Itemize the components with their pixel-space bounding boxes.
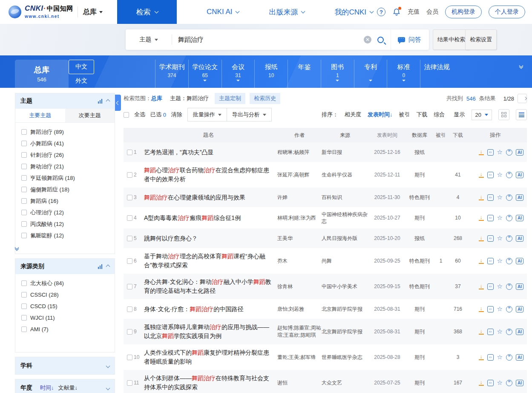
result-authors[interactable]: 唐怡;刘若雅 bbox=[277, 306, 322, 313]
favorite-star-icon[interactable]: ☆ bbox=[497, 305, 503, 313]
nav-tab-cnki-ai[interactable]: CNKI AI bbox=[207, 8, 239, 16]
checkbox[interactable] bbox=[21, 141, 27, 146]
org-login-button[interactable]: 机构登录 bbox=[445, 6, 482, 18]
cite-quote-icon[interactable]: ” bbox=[506, 354, 512, 361]
sort-option[interactable]: 被引 bbox=[399, 111, 410, 118]
row-checkbox[interactable] bbox=[127, 355, 132, 360]
filter-checkbox-item[interactable]: 舞蹈治疗 (89) bbox=[21, 126, 109, 138]
member-link[interactable]: 会员 bbox=[426, 8, 438, 16]
filter-checkbox-item[interactable]: 舞蹈病 (16) bbox=[21, 195, 109, 207]
checkbox[interactable] bbox=[21, 327, 27, 332]
scope-zongku-link[interactable]: 总库 bbox=[151, 95, 162, 102]
checkbox[interactable] bbox=[21, 152, 27, 158]
result-source[interactable]: 百科知识 bbox=[322, 194, 368, 201]
ai-assistant-icon[interactable]: AI bbox=[516, 215, 523, 221]
result-title-link[interactable]: 舞蹈心理治疗联合药物治疗在混合焦虑抑郁症患者中的效果分析 bbox=[144, 167, 269, 182]
row-checkbox[interactable] bbox=[127, 258, 132, 264]
topic-custom-button[interactable]: 主题定制 bbox=[215, 93, 245, 104]
year-header[interactable]: 年度 时间↓ 文献量↓ bbox=[15, 379, 115, 393]
filter-checkbox-item[interactable]: AMI (7) bbox=[21, 324, 109, 335]
db-category[interactable]: 会议 31 bbox=[221, 60, 255, 88]
html-read-icon[interactable]: ‹› bbox=[487, 354, 494, 361]
db-category[interactable]: 标准 0 bbox=[387, 60, 420, 88]
download-icon[interactable]: ↓ bbox=[479, 355, 484, 360]
nav-tab-my-cnki[interactable]: 我的CNKI bbox=[334, 7, 373, 17]
favorite-star-icon[interactable]: ☆ bbox=[497, 194, 503, 201]
result-source[interactable]: 北京舞蹈学院学报 bbox=[322, 328, 368, 335]
checkbox[interactable] bbox=[21, 175, 27, 181]
cite-quote-icon[interactable]: ” bbox=[506, 215, 512, 221]
topic-section-header[interactable]: 主题 bbox=[15, 93, 115, 109]
result-authors[interactable]: 林晴;利婧;张为西 bbox=[277, 214, 322, 222]
db-category[interactable]: 学术期刊 374 bbox=[155, 60, 188, 88]
html-read-icon[interactable]: ‹› bbox=[487, 329, 494, 335]
favorite-star-icon[interactable]: ☆ bbox=[497, 171, 503, 179]
tab-main-topic[interactable]: 主要主题 bbox=[15, 109, 65, 122]
nav-tab-search[interactable]: 检索 bbox=[117, 0, 177, 24]
result-title-link[interactable]: 身体·文化·疗愈：舞蹈治疗的中国路径 bbox=[144, 306, 243, 312]
result-source[interactable]: 中国中小学美术 bbox=[322, 283, 368, 290]
download-icon[interactable]: ↓ bbox=[479, 258, 484, 264]
favorite-star-icon[interactable]: ☆ bbox=[497, 379, 503, 387]
result-authors[interactable]: 徐青林 bbox=[277, 283, 322, 290]
download-icon[interactable]: ↓ bbox=[479, 150, 484, 155]
html-read-icon[interactable]: ‹› bbox=[487, 235, 494, 242]
favorite-star-icon[interactable]: ☆ bbox=[497, 283, 503, 290]
search-settings-button[interactable]: 检索设置 bbox=[465, 29, 497, 50]
result-authors[interactable]: 赵知博;陈蓁宣;周祐瑄;王嘉欣;陈昭琪 bbox=[277, 324, 322, 339]
favorite-star-icon[interactable]: ☆ bbox=[497, 214, 503, 222]
result-title-link[interactable]: 人类作业模式下的舞蹈康复护理对精神分裂症患者睡眠质量的影响 bbox=[144, 349, 269, 365]
more-databases-chevron-icon[interactable] bbox=[520, 66, 523, 68]
download-icon[interactable]: ↓ bbox=[479, 172, 484, 178]
search-history-button[interactable]: 检索历史 bbox=[250, 93, 280, 104]
checkbox[interactable] bbox=[21, 315, 27, 321]
sort-option[interactable]: 发表时间↓ bbox=[368, 111, 393, 118]
filter-checkbox-item[interactable]: 心理治疗 (12) bbox=[21, 207, 109, 218]
filter-checkbox-item[interactable]: CSCD (15) bbox=[21, 301, 109, 312]
sort-option[interactable]: 相关度 bbox=[345, 111, 361, 118]
nav-tab-publications[interactable]: 出版来源 bbox=[269, 7, 305, 17]
filter-checkbox-item[interactable]: 丙戊酸钠 (12) bbox=[21, 218, 109, 230]
chevron-down-icon[interactable] bbox=[106, 386, 110, 390]
result-title-link[interactable]: 跳舞何以疗愈身心？ bbox=[144, 235, 198, 242]
subject-header[interactable]: 学科 bbox=[15, 357, 115, 374]
next-page-button[interactable] bbox=[518, 94, 527, 103]
clear-selection-button[interactable]: 清除 bbox=[171, 111, 182, 118]
chevron-down-icon[interactable] bbox=[106, 364, 110, 368]
result-source[interactable]: 人民日报海外版 bbox=[322, 235, 368, 242]
cite-quote-icon[interactable]: ” bbox=[506, 283, 512, 290]
download-icon[interactable]: ↓ bbox=[479, 195, 484, 200]
filter-checkbox-item[interactable]: 小舞蹈病 (41) bbox=[21, 138, 109, 149]
search-input[interactable] bbox=[172, 36, 364, 43]
filter-checkbox-item[interactable]: 舞动治疗 (21) bbox=[21, 161, 109, 172]
checkbox[interactable] bbox=[21, 303, 27, 309]
html-read-icon[interactable]: ‹› bbox=[487, 258, 494, 264]
download-icon[interactable]: ↓ bbox=[479, 236, 484, 241]
filter-checkbox-item[interactable]: 亨廷顿舞蹈病 (18) bbox=[21, 172, 109, 184]
filter-checkbox-item[interactable]: 氟哌啶醇 (12) bbox=[21, 230, 109, 241]
html-read-icon[interactable]: ‹› bbox=[487, 172, 494, 178]
chevron-up-icon[interactable] bbox=[106, 264, 110, 269]
result-cited-count[interactable]: 1 bbox=[433, 258, 449, 264]
cite-quote-icon[interactable]: ” bbox=[506, 235, 512, 242]
search-field-selector[interactable]: 主题 bbox=[126, 36, 172, 43]
select-all-label[interactable]: 全选 bbox=[134, 111, 145, 118]
row-checkbox[interactable] bbox=[127, 195, 132, 200]
checkbox[interactable] bbox=[21, 187, 27, 192]
favorite-star-icon[interactable]: ☆ bbox=[497, 148, 503, 156]
cite-quote-icon[interactable]: ” bbox=[506, 149, 512, 156]
lang-tab-foreign[interactable]: 外文 bbox=[69, 74, 94, 88]
html-read-icon[interactable]: ‹› bbox=[487, 380, 494, 386]
result-title-link[interactable]: A型肉毒毒素治疗瘢痕舞蹈综合征1例 bbox=[144, 214, 241, 221]
result-source[interactable]: 北京舞蹈学院学报 bbox=[322, 306, 368, 312]
db-category[interactable]: 专利 bbox=[354, 60, 387, 88]
result-authors[interactable]: 许婵 bbox=[277, 194, 322, 201]
result-source[interactable]: 世界睡眠医学杂志 bbox=[322, 354, 368, 361]
db-category[interactable]: 年鉴 bbox=[288, 60, 321, 88]
checkbox[interactable] bbox=[21, 210, 27, 215]
grid-view-button[interactable] bbox=[498, 109, 509, 120]
filter-checkbox-item[interactable]: 偏侧舞蹈症 (18) bbox=[21, 184, 109, 195]
cite-quote-icon[interactable]: ” bbox=[506, 194, 512, 201]
ai-assistant-icon[interactable]: AI bbox=[516, 283, 523, 290]
row-checkbox[interactable] bbox=[127, 215, 132, 221]
